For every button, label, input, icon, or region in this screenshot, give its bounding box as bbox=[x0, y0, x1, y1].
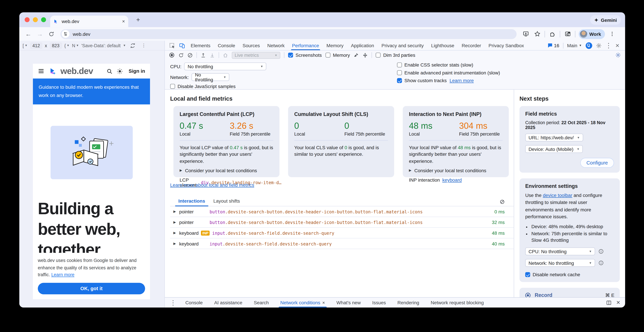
install-icon[interactable] bbox=[522, 30, 530, 38]
disable-network-cache-checkbox[interactable]: Disable network cache bbox=[525, 272, 580, 277]
tab-sources[interactable]: Sources bbox=[239, 41, 264, 50]
macos-window-controls[interactable] bbox=[25, 17, 46, 22]
network-throttling-select[interactable]: No throttling▼ bbox=[192, 73, 230, 81]
inp-test-conditions-expander[interactable]: ▶Consider your local test conditions bbox=[409, 168, 502, 173]
promo-banner[interactable]: Guidance to build modern web experiences… bbox=[33, 78, 150, 104]
devtools-close-icon[interactable]: × bbox=[616, 42, 619, 49]
save-data-select[interactable]: 'Save-Data': default▼ bbox=[81, 43, 126, 48]
device-toolbar-menu-icon[interactable]: ⋮ bbox=[142, 43, 146, 48]
drawer-tab-ai-assistance[interactable]: AI assistance bbox=[209, 298, 247, 308]
browser-tab[interactable]: web.dev × bbox=[50, 16, 128, 27]
tab-privacy-security[interactable]: Privacy and security bbox=[378, 41, 428, 50]
tab-close-icon[interactable]: × bbox=[122, 18, 125, 24]
drawer-tab-console[interactable]: Console bbox=[180, 298, 208, 308]
load-profile-icon[interactable] bbox=[200, 52, 206, 58]
tab-layout-shifts[interactable]: Layout shifts bbox=[209, 198, 244, 206]
search-tabs-icon[interactable] bbox=[563, 30, 572, 38]
bookmark-star-icon[interactable] bbox=[533, 30, 541, 38]
memory-checkbox[interactable]: Memory bbox=[326, 52, 350, 58]
record-icon[interactable] bbox=[169, 52, 175, 58]
drawer-tab-search[interactable]: Search bbox=[249, 298, 274, 308]
reload-button[interactable] bbox=[46, 29, 56, 39]
collapse-sections-icon[interactable] bbox=[363, 52, 368, 58]
device-height-input[interactable]: 823 bbox=[50, 42, 62, 49]
back-button[interactable]: ← bbox=[23, 29, 33, 39]
new-tab-button[interactable]: + bbox=[133, 16, 144, 23]
cpu-throttling-select[interactable]: No throttling▼ bbox=[184, 62, 266, 70]
drawer-tab-rendering[interactable]: Rendering bbox=[392, 298, 424, 308]
tab-memory[interactable]: Memory bbox=[323, 41, 347, 50]
dim-3rd-parties-checkbox[interactable]: Dim 3rd parties bbox=[376, 52, 415, 58]
interaction-row[interactable]: ▶ pointer button.devsite-search-button.d… bbox=[170, 206, 514, 217]
drawer-tab-whats-new[interactable]: What's new bbox=[332, 298, 366, 308]
context-select[interactable]: Main▼ bbox=[567, 43, 582, 48]
close-drawer-icon[interactable]: × bbox=[616, 299, 620, 306]
expand-row-icon[interactable]: ▶ bbox=[170, 210, 179, 214]
tab-interactions[interactable]: Interactions bbox=[174, 198, 209, 206]
custom-tracks-learn-more-link[interactable]: Learn more bbox=[450, 78, 474, 83]
expand-row-icon[interactable]: ▶ bbox=[170, 220, 179, 224]
inspect-element-icon[interactable] bbox=[167, 41, 177, 50]
field-url-select[interactable]: URL: https://web.dev/▼ bbox=[525, 134, 583, 141]
hamburger-menu-icon[interactable] bbox=[38, 68, 44, 74]
configure-button[interactable]: Configure bbox=[580, 158, 614, 168]
address-bar[interactable]: web.dev bbox=[60, 29, 517, 39]
record-reload-icon[interactable] bbox=[178, 52, 184, 58]
device-toolbar-toggle-icon[interactable] bbox=[177, 41, 187, 50]
env-network-select[interactable]: Network: No throttling▼ bbox=[525, 259, 595, 267]
paint-instrumentation-checkbox[interactable]: Enable advanced paint instrumentation (s… bbox=[397, 70, 500, 75]
zoom-select[interactable]: {▼ bbox=[64, 43, 70, 48]
profile-button[interactable]: Work bbox=[579, 29, 605, 39]
home-icon[interactable] bbox=[223, 52, 228, 58]
forward-button[interactable]: → bbox=[35, 29, 45, 39]
cookie-accept-button[interactable]: OK, got it bbox=[38, 283, 145, 294]
tab-console[interactable]: Console bbox=[214, 41, 239, 50]
tab-application[interactable]: Application bbox=[347, 41, 378, 50]
interaction-row[interactable]: ▶ pointer button.devsite-search-button.d… bbox=[170, 217, 514, 228]
field-device-select[interactable]: Device: Auto (Mobile)▼ bbox=[525, 145, 583, 153]
close-drawer-tab-icon[interactable]: × bbox=[322, 300, 325, 305]
zoom-window-button[interactable] bbox=[41, 17, 46, 22]
tab-performance[interactable]: Performance bbox=[288, 41, 323, 50]
throttle-select[interactable]: N▼ bbox=[72, 43, 79, 48]
tab-lighthouse[interactable]: Lighthouse bbox=[428, 41, 458, 50]
rotate-device-icon[interactable] bbox=[130, 42, 136, 48]
env-cpu-select[interactable]: CPU: No throttling▼ bbox=[525, 248, 595, 255]
drawer-tab-network-conditions[interactable]: Network conditions× bbox=[275, 298, 330, 308]
gemini-button[interactable]: ✦ Gemini bbox=[590, 15, 621, 25]
interaction-row[interactable]: ▶ keyboard INP input.devsite-search-fiel… bbox=[170, 228, 514, 238]
drawer-tab-issues[interactable]: Issues bbox=[367, 298, 391, 308]
tab-recorder[interactable]: Recorder bbox=[458, 41, 485, 50]
devtools-settings-icon[interactable] bbox=[596, 42, 602, 48]
device-toolbar-link[interactable]: device toolbar bbox=[543, 193, 572, 198]
expand-row-icon[interactable]: ▶ bbox=[170, 242, 179, 246]
device-mode-active-icon[interactable] bbox=[586, 42, 592, 49]
console-messages-button[interactable]: 16 bbox=[548, 43, 559, 48]
devtools-menu-icon[interactable]: ⋮ bbox=[605, 42, 612, 49]
webdev-logo[interactable]: web.dev bbox=[48, 66, 93, 76]
device-width-input[interactable]: 412 bbox=[30, 42, 42, 49]
metrics-learn-more-link[interactable]: Learn more about local and field metrics bbox=[170, 182, 254, 187]
browser-menu-icon[interactable] bbox=[608, 30, 616, 38]
custom-tracks-checkbox[interactable]: Show custom tracks bbox=[397, 78, 447, 83]
drawer-menu-icon[interactable]: ⋮ bbox=[170, 299, 176, 306]
sign-in-button[interactable]: Sign in bbox=[129, 68, 145, 74]
clear-icon[interactable] bbox=[188, 52, 193, 58]
interaction-row[interactable]: ▶ keyboard input.devsite-search-field.de… bbox=[170, 238, 514, 249]
cookie-learn-more-link[interactable]: Learn more bbox=[51, 272, 74, 277]
network-info-icon[interactable] bbox=[598, 260, 604, 266]
css-selector-stats-checkbox[interactable]: Enable CSS selector stats (slow) bbox=[397, 62, 473, 67]
lcp-test-conditions-expander[interactable]: ▶Consider your local test conditions bbox=[180, 168, 273, 173]
history-select[interactable]: Live metrics▼ bbox=[232, 52, 280, 59]
tab-network[interactable]: Network bbox=[264, 41, 288, 50]
split-panel-icon[interactable] bbox=[606, 300, 612, 305]
device-type-select[interactable]: [▼ bbox=[23, 43, 28, 48]
tab-privacy-sandbox[interactable]: Privacy Sandbox bbox=[485, 41, 528, 50]
minimize-window-button[interactable] bbox=[33, 17, 38, 22]
close-window-button[interactable] bbox=[25, 17, 30, 22]
gc-brush-icon[interactable] bbox=[354, 52, 359, 58]
clear-log-icon[interactable] bbox=[500, 200, 504, 204]
capture-settings-gear-icon[interactable] bbox=[615, 52, 621, 58]
theme-toggle-icon[interactable] bbox=[117, 68, 123, 74]
site-settings-icon[interactable] bbox=[62, 30, 69, 38]
